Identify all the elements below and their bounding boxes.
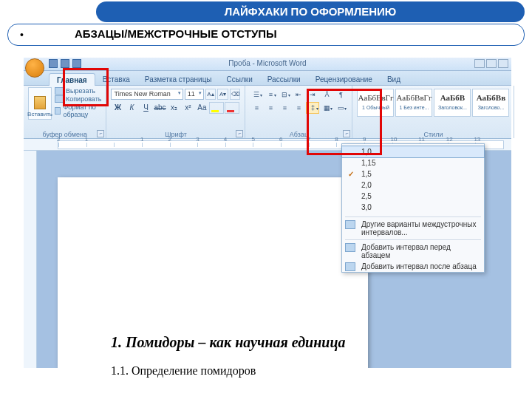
tab-layout[interactable]: Разметка страницы [137,73,219,85]
italic-button[interactable]: К [125,102,138,114]
outdent-button[interactable]: ⇤ [292,89,305,100]
scissors-icon [55,87,64,95]
spacing-option-1-15[interactable]: 1,15 [342,157,484,168]
tab-insert[interactable]: Вставка [95,73,137,85]
style-heading2[interactable]: АаБбВвЗаголово... [472,89,509,117]
style-sample: АаБбВвГг [396,93,432,102]
ruler-tick: 2 [170,143,198,147]
ruler-tick: 3 [197,143,225,147]
align-right-button[interactable]: ≡ [278,102,291,114]
options-icon [345,220,355,229]
superscript-button[interactable]: x² [181,102,194,114]
add-space-before-command[interactable]: Добавить интервал перед абзацем [342,242,484,261]
tab-view[interactable]: Вид [380,73,408,85]
document-headings: 1. Помидоры – как научная единица 1.1. О… [111,334,346,378]
word-window: Проба - Microsoft Word Главная Вставка Р… [24,58,511,368]
ruler-tick: 7 [309,143,337,147]
space-before-icon [345,243,355,252]
tab-mailings[interactable]: Рассылки [260,73,308,85]
shading-button[interactable]: ▦ [320,102,333,114]
copy-label: Копировать [66,95,101,103]
qat-save-icon[interactable] [49,59,58,68]
ruler-tick [114,143,142,147]
font-size-combo[interactable]: 11 [185,89,204,100]
bold-button[interactable]: Ж [111,102,124,114]
style-sample: АаБбВвГг [358,93,393,102]
qat-redo-icon[interactable] [72,59,81,68]
subscript-button[interactable]: x₂ [167,102,180,114]
style-name: 1 Без инте... [396,105,432,110]
ruler-tick: 1 [142,143,170,147]
brush-icon [55,107,61,115]
font-name-combo[interactable]: Times New Roman [111,89,183,100]
paragraph-launcher[interactable]: ⌐ [343,130,350,137]
clear-format-button[interactable]: ⌫ [230,89,241,100]
window-title: Проба - Microsoft Word [228,59,306,67]
spacing-option-1-5[interactable]: 1,5 [342,168,484,180]
spacing-options-command[interactable]: Другие варианты междустрочных интервалов… [342,219,484,238]
tab-review[interactable]: Рецензирование [308,73,380,85]
slide-subtitle-box: • АБЗАЦЫ/МЕЖСТРОЧНЫЕ ОТСТУПЫ [7,24,525,46]
grow-font-button[interactable]: A▴ [205,89,216,100]
style-nospacing[interactable]: АаБбВвГг1 Без инте... [395,89,432,117]
paste-button[interactable]: Вставить [28,87,52,120]
spacing-options-label: Другие варианты междустрочных интервалов… [361,220,476,236]
ruler-tick: 6 [281,143,309,147]
spacing-option-1-0[interactable]: 1,0 [342,146,484,157]
sort-button[interactable]: Å [320,89,333,100]
align-center-button[interactable]: ≡ [264,102,277,114]
numbering-button[interactable]: ≡ [264,89,277,100]
ribbon-tabs: Главная Вставка Разметка страницы Ссылки… [24,71,511,86]
vertical-ruler[interactable] [24,151,37,368]
style-normal[interactable]: АаБбВвГг1 Обычный [357,89,394,117]
group-paragraph: ☰ ≡ ⊟ ⇤ ⇥ Å ¶ ≡ ≡ ≡ ≡ ‡ ▦ ▭ Абзац ⌐ [245,86,352,138]
space-before-label: Добавить интервал перед абзацем [361,243,451,259]
line-spacing-dropdown: 1,0 1,15 1,5 2,0 2,5 3,0 Другие варианты… [341,143,485,273]
cut-button[interactable]: Вырезать [55,87,101,95]
style-heading1[interactable]: АаБбВЗаголовок... [434,89,471,117]
highlight-button[interactable] [209,102,224,114]
maximize-button[interactable] [486,59,497,68]
indent-button[interactable]: ⇥ [306,89,319,100]
tab-references[interactable]: Ссылки [219,73,260,85]
borders-button[interactable]: ▭ [334,102,347,114]
slide-subtitle: АБЗАЦЫ/МЕЖСТРОЧНЫЕ ОТСТУПЫ [75,27,277,40]
justify-button[interactable]: ≡ [292,102,305,114]
doc-heading-1-1: 1.1. Определение помидоров [111,364,346,378]
group-font: Times New Roman 11 A▴ A▾ ⌫ Ж К Ч abc x₂ … [106,86,245,138]
format-painter-button[interactable]: Формат по образцу [55,103,101,118]
tab-home[interactable]: Главная [49,73,95,86]
spacing-option-3-0[interactable]: 3,0 [342,202,484,213]
group-styles: АаБбВвГг1 Обычный АаБбВвГг1 Без инте... … [352,86,514,138]
clipboard-icon [34,96,46,109]
line-spacing-button[interactable]: ‡ [306,102,319,114]
clipboard-launcher[interactable]: ⌐ [97,130,104,137]
style-name: Заголовок... [434,105,470,110]
copy-button[interactable]: Копировать [55,95,101,103]
space-after-label: Добавить интервал после абзаца [361,262,477,270]
slide-header: ЛАЙФХАКИ ПО ОФОРМЛЕНИЮ [96,1,525,22]
close-button[interactable] [498,59,508,68]
ribbon: Вставить Вырезать Копировать Формат по о… [24,86,511,139]
bullets-button[interactable]: ☰ [250,89,263,100]
align-left-button[interactable]: ≡ [250,102,263,114]
style-sample: АаБбВ [434,93,470,102]
qat-undo-icon[interactable] [61,59,69,68]
copy-icon [55,95,64,103]
underline-button[interactable]: Ч [139,102,152,114]
add-space-after-command[interactable]: Добавить интервал после абзаца [342,261,484,272]
show-marks-button[interactable]: ¶ [334,89,347,100]
font-launcher[interactable]: ⌐ [236,130,243,137]
doc-heading-1: 1. Помидоры – как научная единица [111,334,346,351]
ruler-tick: 1 [86,143,115,147]
font-color-button[interactable] [225,102,239,114]
strike-button[interactable]: abc [153,102,166,114]
spacing-option-2-0[interactable]: 2,0 [342,180,484,191]
spacing-option-2-5[interactable]: 2,5 [342,191,484,202]
case-button[interactable]: Aa [195,102,208,114]
shrink-font-button[interactable]: A▾ [217,89,228,100]
multilevel-button[interactable]: ⊟ [278,89,291,100]
minimize-button[interactable] [474,59,485,68]
bullet: • [20,29,24,41]
office-button[interactable] [25,58,44,78]
